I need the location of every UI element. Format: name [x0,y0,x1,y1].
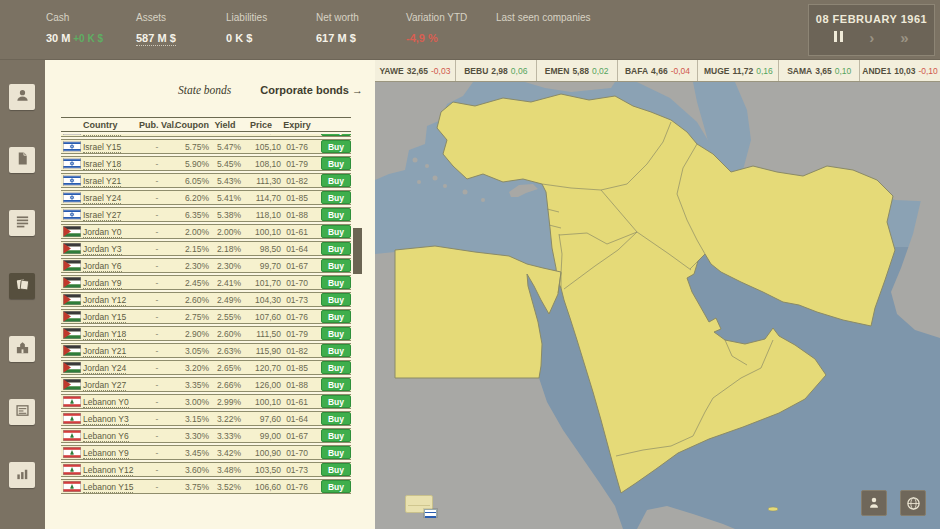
bond-price: 101,70 [241,278,281,288]
buy-button[interactable]: Buy [321,463,351,476]
bond-coupon: 5.90% [175,159,209,169]
buy-button[interactable]: Buy [321,344,351,357]
bond-name[interactable]: Jordan Y18 [83,329,139,339]
bond-price: 102,30 [241,134,281,135]
pause-button[interactable] [834,31,843,44]
bond-coupon: 3.45% [175,448,209,458]
buy-button[interactable]: Buy [321,327,351,340]
metric-variation-ytd: Variation YTD-4,9 % [406,12,496,44]
bond-pub-val: - [139,431,175,441]
sidebar-chart-button[interactable] [9,462,35,488]
buy-button[interactable]: Buy [321,157,351,170]
bond-name[interactable]: Jordan Y27 [83,380,139,390]
bond-name[interactable]: Israel Y15 [83,142,139,152]
bond-name[interactable]: Lebanon Y9 [83,448,139,458]
map-globe-button[interactable] [900,490,926,516]
bond-row: Jordan Y9-2.45%2.41%101,7001-70Buy [61,275,351,290]
sidebar-news-button[interactable] [9,399,35,425]
tab-state-bonds[interactable]: State bonds [178,84,231,96]
bond-name[interactable]: Jordan Y0 [83,227,139,237]
bond-yield: 3.42% [209,448,241,458]
ticker-item-emen[interactable]: EMEN5,880,02 [537,60,618,81]
buy-button[interactable]: Buy [321,378,351,391]
fast-forward-button[interactable]: » [900,30,908,45]
ticker-symbol: SAMA [787,66,812,76]
buy-button[interactable]: Buy [321,140,351,153]
bond-price: 111,30 [241,176,281,186]
map-person-button[interactable] [861,490,887,516]
sidebar [0,60,45,529]
bond-name[interactable]: Lebanon Y3 [83,414,139,424]
flag-israel-icon [61,141,83,152]
ticker-change: -0,10 [918,66,937,76]
buy-button[interactable]: Buy [321,412,351,425]
flag-lebanon-icon [61,396,83,407]
bond-name[interactable]: Lebanon Y6 [83,431,139,441]
buy-button[interactable]: Buy [321,225,351,238]
bond-coupon: 3.20% [175,363,209,373]
buy-button[interactable]: Buy [321,446,351,459]
bond-name[interactable]: Jordan Y24 [83,363,139,373]
bond-coupon: 5.75% [175,142,209,152]
ticker-item-muge[interactable]: MUGE11,720,16 [698,60,779,81]
bond-yield: 2.99% [209,397,241,407]
buy-button[interactable]: Buy [321,293,351,306]
buy-button[interactable]: Buy [321,259,351,272]
bond-name[interactable]: Israel Y12 [83,134,139,135]
sidebar-bank-button[interactable] [9,336,35,362]
buy-button[interactable]: Buy [321,310,351,323]
buy-button[interactable]: Buy [321,242,351,255]
bond-name[interactable]: Jordan Y9 [83,278,139,288]
bond-name[interactable]: Israel Y21 [83,176,139,186]
buy-button[interactable]: Buy [321,276,351,289]
ticker-item-bebu[interactable]: BEBU2,980,06 [456,60,537,81]
bond-yield: 2.55% [209,312,241,322]
middle-east-map[interactable] [375,82,940,529]
play-button[interactable]: › [869,30,874,45]
game-screen: Cash30 M +0 K $Assets587 M $Liabilities0… [0,0,940,529]
sidebar-list-button[interactable] [9,210,35,236]
buy-button[interactable]: Buy [321,480,351,493]
bond-name[interactable]: Jordan Y21 [83,346,139,356]
sidebar-document-button[interactable] [9,147,35,173]
bond-name[interactable]: Jordan Y12 [83,295,139,305]
buy-button[interactable]: Buy [321,191,351,204]
flag-jordan-icon [61,362,83,373]
ticker-symbol: BAFA [625,66,648,76]
buy-button[interactable]: Buy [321,174,351,187]
bond-name[interactable]: Israel Y24 [83,193,139,203]
bond-name[interactable]: Israel Y27 [83,210,139,220]
bond-yield: 2.49% [209,295,241,305]
bond-coupon: 2.60% [175,295,209,305]
table-scrollbar[interactable] [353,134,362,525]
ticker-item-ande1[interactable]: ANDE110,03-0,10 [860,60,940,81]
buy-button[interactable]: Buy [321,395,351,408]
buy-button[interactable]: Buy [321,208,351,221]
bond-name[interactable]: Lebanon Y12 [83,465,139,475]
bond-row: Jordan Y3-2.15%2.18%98,5001-64Buy [61,241,351,256]
sidebar-profile-button[interactable] [9,84,35,110]
buy-button[interactable]: Buy [321,361,351,374]
chart-icon [15,466,30,484]
ticker-change: 0,06 [511,66,528,76]
scrollbar-thumb[interactable] [353,228,362,274]
bond-name[interactable]: Israel Y18 [83,159,139,169]
bond-pub-val: - [139,482,175,492]
buy-button[interactable]: Buy [321,429,351,442]
ticker-change: -0,03 [431,66,450,76]
bond-name[interactable]: Jordan Y3 [83,244,139,254]
tab-corporate-bonds[interactable]: Corporate bonds → [260,84,363,96]
flag-israel-icon [61,134,83,135]
ticker-item-sama[interactable]: SAMA3,650,10 [779,60,860,81]
bond-row: Israel Y24-6.20%5.41%114,7001-85Buy [61,190,351,205]
bond-name[interactable]: Jordan Y15 [83,312,139,322]
sidebar-bonds-button[interactable] [9,273,35,299]
map-legend-icon[interactable] [405,495,433,513]
bond-price: 105,10 [241,142,281,152]
buy-button[interactable]: Buy [321,134,351,136]
bond-name[interactable]: Jordan Y6 [83,261,139,271]
bond-name[interactable]: Lebanon Y15 [83,482,139,492]
ticker-item-yawe[interactable]: YAWE32,65-0,03 [375,60,456,81]
bond-name[interactable]: Lebanon Y0 [83,397,139,407]
ticker-item-bafa[interactable]: BAFA4,66-0,04 [618,60,699,81]
